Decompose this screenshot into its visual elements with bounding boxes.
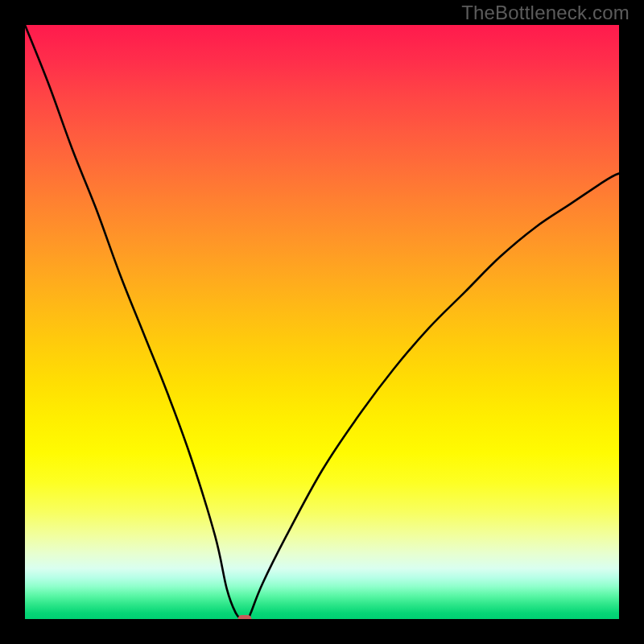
chart-canvas: TheBottleneck.com xyxy=(0,0,644,644)
optimal-point-marker xyxy=(238,615,252,619)
plot-area xyxy=(25,25,619,619)
line-curve xyxy=(25,25,619,619)
curve-path xyxy=(25,25,619,619)
watermark-text: TheBottleneck.com xyxy=(461,2,630,24)
